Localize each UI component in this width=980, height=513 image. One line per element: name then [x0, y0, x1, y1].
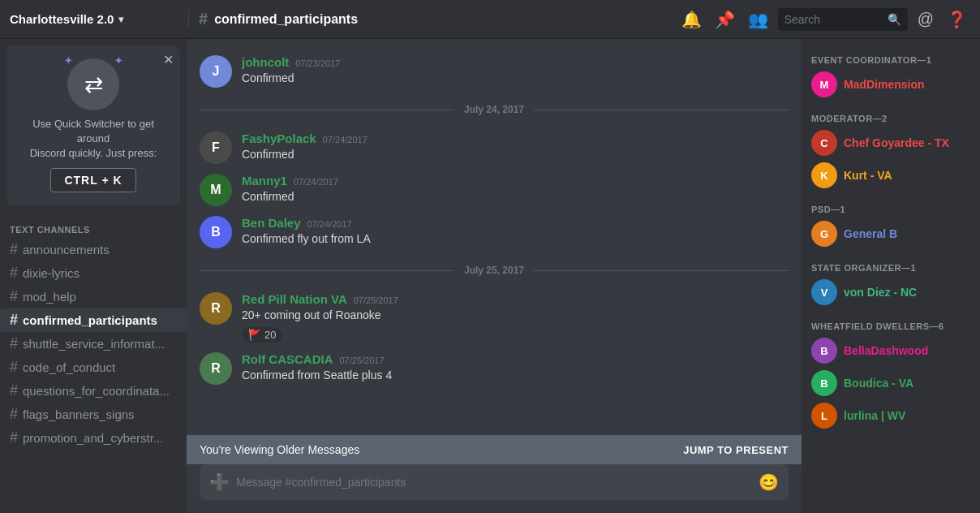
search-icon: 🔍: [888, 13, 901, 26]
sidebar-item-confirmed_participants[interactable]: #confirmed_participants: [0, 308, 187, 332]
plus-left-icon: ✦: [64, 55, 72, 67]
message-content: Manny1 07/24/2017 Confirmed: [242, 174, 789, 206]
at-icon[interactable]: @: [914, 6, 937, 32]
members-icon[interactable]: 👥: [745, 6, 772, 32]
channel-label: confirmed_participants: [23, 313, 157, 327]
top-bar-actions: 🔔 📌 👥 🔍 @ ❓: [678, 6, 970, 32]
username: johncolt: [242, 55, 289, 69]
member-name: MadDimension: [844, 78, 925, 91]
member-item-general[interactable]: G General B: [802, 218, 980, 250]
message-group: J johncolt 07/23/2017 Confirmed: [187, 52, 802, 91]
message-group: R Red Pill Nation VA 07/25/2017 20+ comi…: [187, 289, 802, 346]
message-input-area: ➕ 😊: [187, 464, 802, 513]
member-item-bella[interactable]: B BellaDashwood: [802, 334, 980, 367]
message-text: Confirmed: [242, 71, 789, 87]
channel-label: code_of_conduct: [23, 360, 115, 374]
member-name: Boudica - VA: [844, 377, 913, 390]
sidebar-item-code_of_conduct[interactable]: #code_of_conduct: [0, 356, 187, 379]
role-section: STATE ORGANIZER—1 V von Diez - NC: [802, 256, 980, 308]
message-text: Confirmed fly out from LA: [242, 231, 789, 248]
member-item-kurt[interactable]: K Kurt - VA: [802, 159, 980, 192]
sidebar-item-dixie-lyrics[interactable]: #dixie-lyrics: [0, 261, 187, 285]
search-input[interactable]: [784, 13, 883, 26]
hash-icon: #: [10, 406, 18, 423]
channel-label: questions_for_coordinata...: [23, 384, 170, 398]
channel-header-name: confirmed_participants: [214, 12, 358, 27]
sidebar-item-flags_banners_signs[interactable]: #flags_banners_signs: [0, 403, 187, 426]
sidebar-item-questions_for_coordinata[interactable]: #questions_for_coordinata...: [0, 379, 187, 403]
sidebar-item-shuttle_service_informat[interactable]: #shuttle_service_informat...: [0, 332, 187, 356]
avatar: R: [200, 352, 232, 385]
message-group: M Manny1 07/24/2017 Confirmed: [187, 170, 802, 209]
avatar: M: [200, 174, 232, 206]
message-group: B Ben Daley 07/24/2017 Confirmed fly out…: [187, 213, 802, 252]
message-text: 20+ coming out of Roanoke: [242, 308, 789, 324]
member-item-chef[interactable]: C Chef Goyardee - TX: [802, 127, 980, 159]
timestamp: 07/25/2017: [354, 295, 398, 305]
older-messages-bar: You're Viewing Older Messages JUMP TO PR…: [187, 435, 802, 464]
member-item-von[interactable]: V von Diez - NC: [802, 276, 980, 308]
message-header: Red Pill Nation VA 07/25/2017: [242, 292, 789, 306]
channel-list: #announcements#dixie-lyrics#mod_help#con…: [0, 238, 187, 450]
quick-switcher-icon: ⇄ ✦ ✦: [67, 58, 119, 110]
main-layout: ✕ ⇄ ✦ ✦ Use Quick Switcher to get around…: [0, 39, 980, 513]
member-name: von Diez - NC: [844, 286, 917, 299]
role-section: WHEATFIELD DWELLERS—6 B BellaDashwood B …: [802, 315, 980, 432]
add-message-icon[interactable]: ➕: [209, 472, 230, 492]
divider-line: [200, 270, 454, 271]
close-icon[interactable]: ✕: [163, 52, 174, 67]
member-avatar: C: [811, 130, 837, 156]
chevron-down-icon: ▾: [118, 14, 123, 25]
sidebar-item-mod_help[interactable]: #mod_help: [0, 285, 187, 308]
channel-header: # confirmed_participants: [188, 10, 678, 28]
role-label: WHEATFIELD DWELLERS—6: [802, 315, 980, 334]
sidebar-item-announcements[interactable]: #announcements: [0, 238, 187, 261]
message-header: Rolf CASCADIA 07/25/2017: [242, 352, 789, 366]
search-bar[interactable]: 🔍: [778, 8, 908, 31]
message-content: Ben Daley 07/24/2017 Confirmed fly out f…: [242, 216, 789, 248]
avatar: F: [200, 131, 232, 164]
bell-icon[interactable]: 🔔: [678, 6, 705, 32]
sidebar-item-promotion_and_cyberstr[interactable]: #promotion_and_cyberstr...: [0, 426, 187, 450]
member-name: BellaDashwood: [844, 344, 928, 357]
role-label: STATE ORGANIZER—1: [802, 256, 980, 276]
pin-icon[interactable]: 📌: [711, 6, 738, 32]
avatar: R: [200, 292, 232, 325]
message-input[interactable]: [236, 476, 752, 489]
emoji-icon[interactable]: 😊: [759, 472, 779, 492]
member-avatar: M: [811, 71, 837, 97]
message-input-box: ➕ 😊: [200, 464, 789, 500]
content-area: J johncolt 07/23/2017 Confirmed July 24,…: [187, 39, 802, 513]
message-content: FashyPolack 07/24/2017 Confirmed: [242, 131, 789, 164]
reaction[interactable]: 🚩20: [242, 327, 282, 343]
member-item-lurlina[interactable]: L lurlina | WV: [802, 399, 980, 432]
quick-switcher-shortcut[interactable]: CTRL + K: [50, 168, 135, 192]
divider-label: July 25, 2017: [464, 265, 524, 276]
hash-icon: #: [10, 288, 18, 305]
server-name-label: Charlottesville 2.0: [10, 12, 114, 26]
quick-switcher-popup: ✕ ⇄ ✦ ✦ Use Quick Switcher to get around…: [6, 45, 180, 205]
jump-to-present-button[interactable]: JUMP TO PRESENT: [683, 444, 789, 456]
date-divider: July 25, 2017: [187, 258, 802, 282]
top-bar: Charlottesville 2.0 ▾ # confirmed_partic…: [0, 0, 980, 39]
member-avatar: K: [811, 162, 837, 188]
username: Manny1: [242, 174, 287, 188]
help-icon[interactable]: ❓: [943, 6, 970, 32]
member-name: Chef Goyardee - TX: [844, 136, 949, 149]
member-item-boudica[interactable]: B Boudica - VA: [802, 367, 980, 399]
message-content: johncolt 07/23/2017 Confirmed: [242, 55, 789, 88]
username: Red Pill Nation VA: [242, 292, 347, 306]
member-item-madd[interactable]: M MadDimension: [802, 68, 980, 101]
avatar: B: [200, 216, 232, 248]
role-section: EVENT COORDINATOR—1 M MadDimension: [802, 49, 980, 101]
message-content: Rolf CASCADIA 07/25/2017 Confirmed from …: [242, 352, 789, 385]
message-group: F FashyPolack 07/24/2017 Confirmed: [187, 128, 802, 167]
message-text: Confirmed from Seattle plus 4: [242, 368, 789, 384]
hash-icon: #: [10, 335, 18, 352]
message-group: R Rolf CASCADIA 07/25/2017 Confirmed fro…: [187, 349, 802, 388]
role-label: EVENT COORDINATOR—1: [802, 49, 980, 68]
timestamp: 07/24/2017: [307, 219, 352, 229]
timestamp: 07/24/2017: [323, 135, 368, 144]
message-header: Manny1 07/24/2017: [242, 174, 789, 188]
server-name[interactable]: Charlottesville 2.0 ▾: [10, 12, 188, 26]
